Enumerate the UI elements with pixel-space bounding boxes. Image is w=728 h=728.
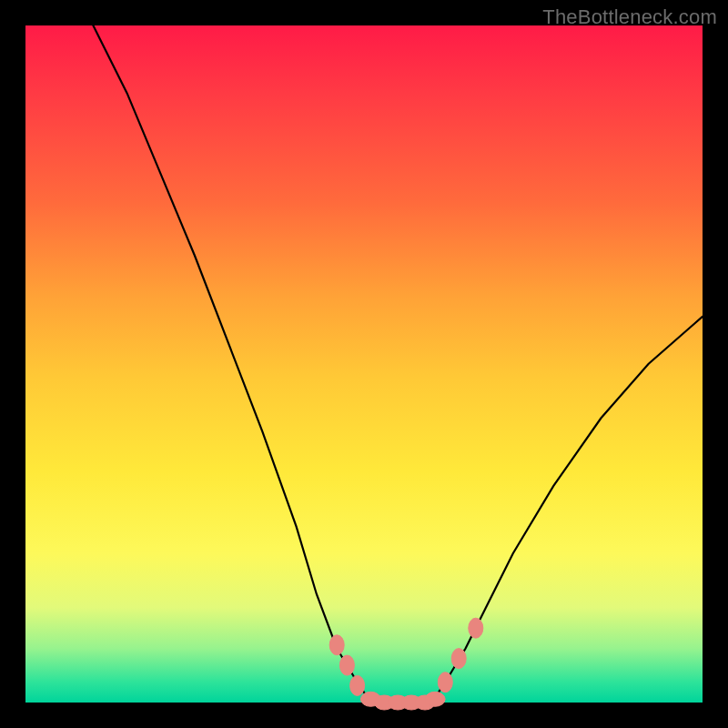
data-marker: [451, 649, 466, 669]
plot-area: [25, 25, 703, 703]
left-curve: [93, 25, 370, 703]
data-marker: [339, 655, 354, 675]
data-marker: [425, 692, 445, 706]
data-marker: [438, 672, 452, 693]
right-curve: [431, 317, 703, 703]
marker-group: [329, 618, 483, 710]
data-marker: [469, 618, 483, 638]
data-marker: [329, 635, 344, 655]
chart-svg: [25, 25, 703, 703]
chart-frame: TheBottleneck.com: [0, 0, 728, 728]
data-marker: [350, 675, 365, 695]
